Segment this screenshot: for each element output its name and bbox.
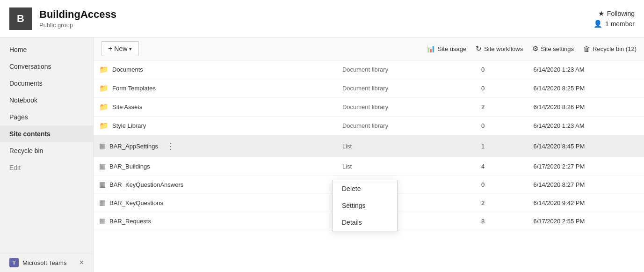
modified-cell: 6/14/2020 8:26 PM (528, 98, 644, 117)
modified-cell: 6/14/2020 9:42 PM (528, 194, 644, 212)
recycle-bin-button[interactable]: 🗑 Recycle bin (12) (583, 45, 637, 53)
avatar: B (9, 7, 32, 30)
site-usage-label: Site usage (438, 45, 466, 52)
name-cell: ▦ BAR_KeyQuestions (94, 194, 337, 212)
context-menu-settings[interactable]: Settings (333, 197, 397, 214)
sidebar-item-notebook[interactable]: Notebook (0, 92, 93, 109)
header-info: BuildingAccess Public group (39, 8, 593, 29)
item-name: BAR_AppSettings (109, 143, 158, 150)
table-row: ▦ BAR_AppSettings ⋮ List 1 6/14/2020 8:4… (94, 135, 644, 157)
toolbar-actions: 📊 Site usage ↻ Site workflows ⚙ Site set… (427, 44, 637, 53)
modified-cell: 6/14/2020 1:23 AM (528, 60, 644, 79)
items-cell: 2 (476, 194, 528, 212)
list-icon: ▦ (99, 217, 106, 225)
layout: Home Conversations Documents Notebook Pa… (0, 37, 644, 272)
name-cell: ▦ BAR_Buildings (94, 157, 337, 176)
items-cell: 0 (476, 117, 528, 135)
list-icon: ▦ (99, 162, 106, 170)
site-settings-button[interactable]: ⚙ Site settings (532, 44, 574, 53)
item-name: BAR_KeyQuestionAnswers (109, 181, 183, 188)
following-label: Following (607, 10, 635, 17)
recycle-bin-label: Recycle bin (12) (593, 45, 637, 52)
list-icon: ▦ (99, 180, 106, 189)
table-row: 📁 Documents Document library 0 6/14/2020… (94, 60, 644, 79)
item-name: Form Templates (112, 85, 156, 92)
table-row: 📁 Site Assets Document library 2 6/14/20… (94, 98, 644, 117)
type-cell: Document library (337, 79, 476, 98)
items-cell: 1 (476, 135, 528, 157)
member-label: 1 member (605, 20, 635, 28)
site-settings-label: Site settings (541, 45, 574, 52)
gear-icon: ⚙ (532, 44, 538, 53)
site-workflows-button[interactable]: ↻ Site workflows (476, 44, 523, 53)
chevron-down-icon: ▾ (129, 46, 132, 52)
name-cell: 📁 Style Library (94, 117, 337, 135)
name-cell: ▦ BAR_AppSettings ⋮ (94, 135, 337, 157)
type-cell: List (337, 135, 476, 157)
name-cell: 📁 Documents (94, 60, 337, 79)
sidebar-item-pages[interactable]: Pages (0, 109, 93, 125)
context-menu-details[interactable]: Details (333, 214, 397, 231)
item-name: Site Assets (112, 103, 142, 110)
toolbar: + New ▾ 📊 Site usage ↻ Site workflows ⚙ … (94, 37, 644, 60)
sidebar-item-conversations[interactable]: Conversations (0, 58, 93, 75)
sidebar-item-documents[interactable]: Documents (0, 75, 93, 92)
sidebar-item-edit[interactable]: Edit (0, 159, 93, 176)
header-actions: ★ Following 👤 1 member (593, 9, 635, 28)
items-cell: 0 (476, 79, 528, 98)
table-wrapper: 📁 Documents Document library 0 6/14/2020… (94, 60, 644, 272)
bar-chart-icon: 📊 (427, 44, 435, 53)
close-icon[interactable]: × (80, 258, 84, 267)
name-cell: ▦ BAR_KeyQuestionAnswers (94, 176, 337, 194)
recycle-bin-icon: 🗑 (583, 45, 590, 53)
modified-cell: 6/14/2020 8:27 PM (528, 176, 644, 194)
name-cell: 📁 Site Assets (94, 98, 337, 117)
header: B BuildingAccess Public group ★ Followin… (0, 0, 644, 37)
following-button[interactable]: ★ Following (598, 9, 635, 18)
document-library-icon: 📁 (99, 103, 109, 111)
star-icon: ★ (598, 9, 604, 18)
item-name: Style Library (112, 122, 146, 129)
item-name: BAR_Requests (109, 218, 151, 225)
teams-label: Microsoft Teams (22, 259, 66, 266)
document-library-icon: 📁 (99, 65, 109, 74)
member-count: 👤 1 member (593, 20, 635, 28)
type-cell: Document library (337, 98, 476, 117)
table-row: 📁 Form Templates Document library 0 6/14… (94, 79, 644, 98)
context-menu-delete[interactable]: Delete (333, 180, 397, 197)
modified-cell: 6/17/2020 2:27 PM (528, 157, 644, 176)
modified-cell: 6/14/2020 1:23 AM (528, 117, 644, 135)
site-workflows-label: Site workflows (484, 45, 523, 52)
item-name: BAR_KeyQuestions (109, 199, 163, 206)
site-title: BuildingAccess (39, 8, 593, 21)
new-label: New (114, 45, 127, 52)
name-cell: ▦ BAR_Requests (94, 212, 337, 230)
sidebar: Home Conversations Documents Notebook Pa… (0, 37, 94, 272)
site-usage-button[interactable]: 📊 Site usage (427, 44, 466, 53)
modified-cell: 6/17/2020 2:55 PM (528, 212, 644, 230)
more-options-button[interactable]: ⋮ (164, 140, 178, 152)
table-row: ▦ BAR_Buildings List 4 6/17/2020 2:27 PM (94, 157, 644, 176)
items-cell: 8 (476, 212, 528, 230)
document-library-icon: 📁 (99, 84, 109, 93)
list-icon: ▦ (99, 198, 106, 207)
items-cell: 2 (476, 98, 528, 117)
context-menu: Delete Settings Details (332, 180, 398, 231)
person-icon: 👤 (593, 20, 602, 28)
sidebar-item-site-contents[interactable]: Site contents (0, 125, 93, 142)
site-subtitle: Public group (39, 22, 593, 29)
new-button[interactable]: + New ▾ (101, 41, 139, 56)
item-name: BAR_Buildings (109, 163, 150, 170)
type-cell: Document library (337, 60, 476, 79)
teams-icon: T (9, 258, 19, 267)
type-cell: Document library (337, 117, 476, 135)
main-content: + New ▾ 📊 Site usage ↻ Site workflows ⚙ … (94, 37, 644, 272)
list-icon: ▦ (99, 142, 106, 150)
sidebar-footer: T Microsoft Teams × (0, 253, 93, 272)
items-cell: 0 (476, 176, 528, 194)
sidebar-nav: Home Conversations Documents Notebook Pa… (0, 37, 93, 253)
items-cell: 4 (476, 157, 528, 176)
sidebar-item-recycle-bin[interactable]: Recycle bin (0, 142, 93, 159)
sidebar-item-home[interactable]: Home (0, 41, 93, 58)
type-cell: List (337, 157, 476, 176)
